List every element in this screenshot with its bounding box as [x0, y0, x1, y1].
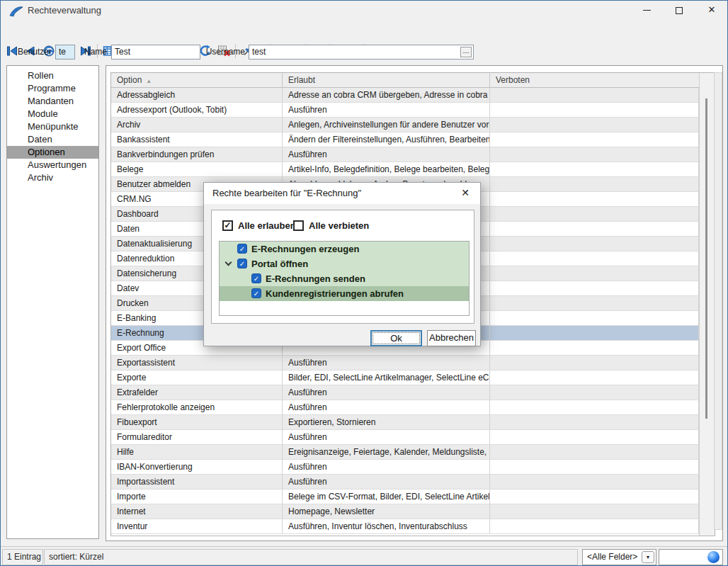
chevron-down-icon[interactable]	[225, 259, 232, 266]
close-button[interactable]: ✕	[695, 1, 728, 21]
column-header-option[interactable]: Option▲	[111, 73, 283, 88]
cell-option: Fehlerprotokolle anzeigen	[111, 400, 283, 415]
quick-search-field[interactable]	[659, 549, 723, 565]
table-row[interactable]: HilfeEreignisanzeige, Feiertage, Kalende…	[111, 445, 699, 460]
table-row[interactable]: ImporteBelege im CSV-Format, Bilder, EDI…	[111, 489, 699, 504]
checkbox-alle-verbieten[interactable]	[293, 220, 304, 231]
table-row[interactable]: BelegeArtikel-Info, Belegdefinition, Bel…	[111, 162, 699, 177]
close-icon: ✕	[461, 187, 470, 198]
cell-verboten	[490, 88, 699, 103]
cell-option: Archiv	[111, 118, 283, 132]
sidebar-item-archiv[interactable]: Archiv	[7, 171, 98, 184]
cell-erlaubt: Ausführen	[283, 385, 490, 400]
cell-erlaubt: Ausführen	[283, 475, 490, 489]
dialog-title: Rechte bearbeiten für "E-Rechnung"	[212, 183, 361, 204]
checkbox-alle-erlauben[interactable]: ✓	[222, 220, 233, 231]
maximize-icon	[676, 7, 683, 14]
cell-option: Formulareditor	[111, 430, 283, 445]
cell-verboten	[490, 103, 699, 118]
cell-verboten	[490, 326, 699, 341]
sidebar-item-rollen[interactable]: Rollen	[7, 69, 98, 82]
username-value: test	[252, 47, 266, 57]
table-row[interactable]: FormulareditorAusführen	[111, 430, 699, 445]
minimize-button[interactable]	[630, 1, 663, 21]
benutzer-label: Benutzer	[18, 45, 52, 60]
ok-button[interactable]: Ok	[370, 330, 422, 346]
cell-verboten	[490, 251, 699, 266]
table-scrollbar[interactable]	[699, 73, 715, 536]
app-window: Rechteverwaltung ✕	[0, 0, 728, 566]
checked-checkbox-icon[interactable]: ✓	[237, 244, 247, 254]
cell-erlaubt: Exportieren, Stornieren	[283, 415, 490, 430]
checked-checkbox-icon[interactable]: ✓	[251, 288, 261, 298]
column-header-erlaubt[interactable]: Erlaubt	[283, 73, 490, 88]
cell-verboten	[490, 475, 699, 489]
sidebar-item-menüpunkte[interactable]: Menüpunkte	[7, 120, 98, 133]
cell-verboten	[490, 222, 699, 237]
table-row[interactable]: InternetHomepage, Newsletter	[111, 504, 699, 519]
sidebar-item-daten[interactable]: Daten	[7, 133, 98, 146]
dialog-close-button[interactable]: ✕	[457, 183, 473, 204]
table-row[interactable]: ExporteBilder, EDI, SelectLine Artikelma…	[111, 370, 699, 385]
sort-ascending-icon: ▲	[146, 78, 152, 84]
table-row[interactable]: Fehlerprotokolle anzeigenAusführen	[111, 400, 699, 415]
table-row[interactable]: BankassistentÄndern der Filtereinstellun…	[111, 132, 699, 147]
cell-erlaubt: Ausführen	[283, 147, 490, 162]
table-row[interactable]: Bankverbindungen prüfenAusführen	[111, 147, 699, 162]
rights-tree: ✓E-Rechnungen erzeugen✓Portal öffnen✓E-R…	[219, 241, 470, 316]
cell-erlaubt: Ausführen, Inventur löschen, Inventurabs…	[283, 519, 490, 534]
table-row[interactable]: AdressabgleichAdresse an cobra CRM überg…	[111, 88, 699, 103]
benutzer-field[interactable]: te	[55, 45, 75, 60]
sidebar-item-auswertungen[interactable]: Auswertungen	[7, 159, 98, 171]
app-logo-icon	[8, 4, 24, 18]
cell-option: Exporte	[111, 370, 283, 385]
record-count: 1 Eintrag	[2, 549, 43, 565]
cell-option: Importe	[111, 489, 283, 504]
checkbox-label: Alle verbieten	[309, 220, 369, 232]
table-row[interactable]: ExportassistentAusführen	[111, 356, 699, 370]
cell-verboten	[490, 311, 699, 326]
sidebar-item-mandanten[interactable]: Mandanten	[7, 95, 98, 108]
sidebar: RollenProgrammeMandantenModuleMenüpunkte…	[6, 65, 99, 539]
table-row[interactable]: ArchivAnlegen, Archiveinstellungen für a…	[111, 118, 699, 132]
cell-erlaubt: Ausführen	[283, 430, 490, 445]
cell-erlaubt: Ausführen	[283, 460, 490, 475]
table-row[interactable]: IBAN-KonvertierungAusführen	[111, 460, 699, 475]
cell-verboten	[490, 400, 699, 415]
maximize-button[interactable]	[663, 1, 695, 21]
table-row[interactable]: ExtrafelderAusführen	[111, 385, 699, 400]
scrollbar-thumb[interactable]	[705, 98, 707, 419]
sidebar-item-optionen[interactable]: Optionen	[7, 146, 98, 159]
name-field[interactable]: Test	[111, 45, 200, 60]
cancel-button[interactable]: Abbrechen	[427, 330, 476, 346]
checked-checkbox-icon[interactable]: ✓	[251, 273, 261, 283]
cell-verboten	[490, 504, 699, 519]
cell-option: Belege	[111, 162, 283, 177]
globe-search-icon[interactable]	[707, 551, 720, 563]
tree-item-label: E-Rechnungen erzeugen	[251, 242, 359, 256]
cell-verboten	[490, 266, 699, 281]
tree-row[interactable]: ✓E-Rechnungen senden	[220, 271, 469, 286]
checked-checkbox-icon[interactable]: ✓	[237, 259, 247, 268]
tree-row[interactable]: ✓Portal öffnen	[220, 256, 469, 271]
table-row[interactable]: FibuexportExportieren, Stornieren	[111, 415, 699, 430]
window-title: Rechteverwaltung	[28, 1, 101, 21]
table-row[interactable]: Adressexport (Outlook, Tobit)Ausführen	[111, 103, 699, 118]
username-field[interactable]: test ...	[249, 45, 474, 60]
dialog-title-bar: Rechte bearbeiten für "E-Rechnung" ✕	[204, 183, 480, 204]
column-header-verboten[interactable]: Verboten	[490, 73, 699, 88]
status-bar: 1 Eintrag sortiert: Kürzel <Alle Felder>…	[1, 546, 727, 566]
tree-row[interactable]: ✓E-Rechnungen erzeugen	[220, 242, 469, 256]
name-label: Name	[83, 45, 107, 60]
sidebar-item-module[interactable]: Module	[7, 108, 98, 120]
sidebar-item-programme[interactable]: Programme	[7, 82, 98, 95]
fields-dropdown-button[interactable]: ▼	[642, 551, 654, 563]
cell-verboten	[490, 460, 699, 475]
tree-row[interactable]: ✓Kundenregistrierungen abrufen	[220, 286, 469, 301]
cell-erlaubt: Anlegen, Archiveinstellungen für andere …	[283, 118, 490, 132]
fields-dropdown[interactable]: <Alle Felder> ▼	[582, 549, 656, 565]
table-row[interactable]: InventurAusführen, Inventur löschen, Inv…	[111, 519, 699, 534]
cell-option: Adressabgleich	[111, 88, 283, 103]
table-row[interactable]: ImportassistentAusführen	[111, 475, 699, 489]
browse-button[interactable]: ...	[460, 47, 472, 57]
